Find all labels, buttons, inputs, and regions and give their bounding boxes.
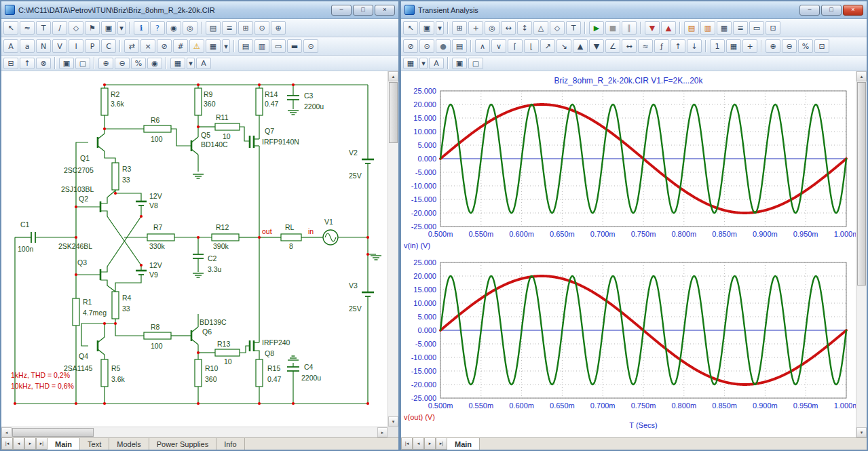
data-points-button[interactable]: ▦	[717, 21, 732, 35]
node-currents-button[interactable]: I	[69, 39, 83, 53]
normalize-button[interactable]: ▲	[661, 21, 676, 35]
analysis-titlebar[interactable]: Transient Analysis –□×	[401, 1, 867, 19]
tab-models[interactable]: Models	[109, 438, 149, 450]
graphics-button[interactable]: ▣	[419, 21, 434, 35]
wire[interactable]	[115, 275, 141, 292]
zoom-out-button[interactable]: ⊖	[782, 39, 797, 53]
scroll-track[interactable]	[388, 144, 398, 416]
vertical-tag-button[interactable]: ↕	[517, 21, 532, 35]
properties-button[interactable]: ≡	[733, 21, 748, 35]
clipboard-dropdown-button[interactable]: ▾	[117, 21, 126, 35]
schematic-hscroll[interactable]: ◂ ▸	[1, 427, 388, 437]
plot-vout[interactable]: 0.500m0.550m0.600m0.650m0.700m0.750m0.80…	[401, 260, 856, 429]
wire[interactable]	[98, 134, 105, 139]
wire[interactable]	[240, 127, 250, 141]
scope-panel-button[interactable]: ▤	[684, 21, 699, 35]
grid-dropdown-button[interactable]: ▾	[222, 39, 230, 53]
find-part-button[interactable]: ⊙	[303, 39, 318, 53]
help-mode-button[interactable]: ?	[150, 21, 165, 35]
line-mode-button[interactable]: /	[52, 21, 67, 35]
grid-toggle-button[interactable]: #	[173, 39, 188, 53]
resistor-body[interactable]	[112, 292, 119, 319]
snapshot-camera-button[interactable]: ◉	[147, 58, 162, 69]
resistor-body[interactable]	[281, 234, 301, 241]
pin-transfer-button[interactable]: ⇄	[124, 39, 139, 53]
numeric-output-button[interactable]: 1	[710, 39, 725, 53]
go-to-period-button[interactable]: ≈	[638, 39, 653, 53]
resistor-body[interactable]	[215, 349, 240, 356]
schematic-titlebar[interactable]: C:\MC11\DATA\Petrov\ITUN\Briz\Briz_8ohm_…	[1, 1, 398, 19]
stop-button[interactable]: ■	[605, 21, 620, 35]
point-tag-button[interactable]: ◎	[485, 21, 499, 35]
wire[interactable]	[191, 327, 198, 332]
wire[interactable]	[115, 319, 144, 336]
drc-warning-button[interactable]: ⚠	[189, 39, 204, 53]
text-mode-button[interactable]: T	[36, 21, 51, 35]
resistor-body[interactable]	[144, 332, 171, 339]
go-to-top-button[interactable]: ▲	[573, 39, 588, 53]
close-button[interactable]: ×	[375, 5, 395, 16]
remove-page-button[interactable]: ▥	[254, 39, 269, 53]
tab-main[interactable]: Main	[48, 438, 80, 450]
grid-text-button[interactable]: a	[20, 39, 35, 53]
zoom-out-button[interactable]: ⊖	[115, 58, 130, 69]
point-to-point-button[interactable]: ◉	[166, 21, 181, 35]
plot-vin[interactable]: 0.500m0.550m0.600m0.650m0.700m0.750m0.80…	[401, 88, 856, 258]
go-to-high-button[interactable]: ⌈	[508, 39, 523, 53]
reduce-data-button[interactable]: ▼	[645, 21, 660, 35]
graphics-dropdown-button[interactable]: ▾	[436, 21, 444, 35]
tab-scroll-prev[interactable]: ◂	[13, 438, 24, 450]
tab-info[interactable]: Info	[216, 438, 244, 450]
scroll-left-icon[interactable]: ◂	[1, 427, 12, 437]
go-to-fall-button[interactable]: ↘	[556, 39, 571, 53]
grid-toggle-button[interactable]: ▦	[726, 39, 741, 53]
schematic-canvas[interactable]: R23.6kR9360R140.47C32200uQ12SC2705R6100Q…	[1, 71, 388, 427]
node-voltages-button[interactable]: V	[52, 39, 67, 53]
zoom-in-button[interactable]: ⊕	[98, 58, 113, 69]
close-button[interactable]: ×	[843, 5, 863, 16]
minimize-button[interactable]: –	[799, 5, 820, 16]
resistor-body[interactable]	[256, 359, 263, 387]
print-button[interactable]: ●	[436, 39, 451, 53]
resistor-body[interactable]	[73, 298, 79, 326]
wire[interactable]	[171, 129, 191, 146]
shape-select-button[interactable]: ▦	[403, 58, 418, 69]
wire[interactable]	[191, 137, 198, 142]
scroll-track[interactable]	[856, 286, 867, 427]
node-power-button[interactable]: P	[85, 39, 100, 53]
thumbnail-button[interactable]: ⊙	[419, 39, 434, 53]
find-button[interactable]: ⊙	[254, 21, 269, 35]
split-view-button[interactable]: ⊟	[3, 58, 18, 69]
scroll-up-icon[interactable]: ▴	[856, 71, 867, 81]
go-to-width-button[interactable]: ↔	[622, 39, 637, 53]
font-button[interactable]: A	[196, 58, 211, 69]
tracker-button[interactable]: +	[742, 39, 757, 53]
horizontal-tag-button[interactable]: ↔	[501, 21, 516, 35]
flag-mode-button[interactable]: ⚑	[85, 21, 100, 35]
resistor-body[interactable]	[215, 123, 240, 130]
resistor-body[interactable]	[195, 359, 202, 387]
schematic-vscroll-thumb[interactable]	[389, 82, 398, 143]
ruler-button[interactable]: ▭	[749, 21, 764, 35]
resistor-body[interactable]	[101, 359, 108, 387]
go-to-rise-button[interactable]: ↗	[540, 39, 555, 53]
go-to-settle-button[interactable]: ↓	[687, 39, 702, 53]
node-conditions-button[interactable]: C	[101, 39, 116, 53]
close-file-button[interactable]: ⊗	[36, 58, 51, 69]
copy-plot-button[interactable]: ▣	[452, 58, 467, 69]
tab-scroll-first[interactable]: |◂	[401, 438, 413, 450]
text-mode-button[interactable]: T	[566, 21, 581, 35]
wire[interactable]	[254, 351, 259, 359]
browse-mode-button[interactable]: ◎	[183, 21, 197, 35]
title-block-button[interactable]: ▬	[287, 39, 302, 53]
go-to-slope-button[interactable]: ∠	[605, 39, 620, 53]
maximize-button[interactable]: □	[353, 5, 373, 16]
wire[interactable]	[105, 151, 115, 163]
scroll-up-icon[interactable]: ▴	[388, 71, 398, 81]
polar-tag-button[interactable]: ◇	[550, 21, 565, 35]
go-to-valley-button[interactable]: ∨	[491, 39, 506, 53]
zoom-in-button[interactable]: ⊕	[766, 39, 780, 53]
new-page-button[interactable]: ▤	[238, 39, 253, 53]
paste-plot-button[interactable]: ▢	[468, 58, 483, 69]
analysis-vscroll-thumb[interactable]	[857, 82, 866, 286]
